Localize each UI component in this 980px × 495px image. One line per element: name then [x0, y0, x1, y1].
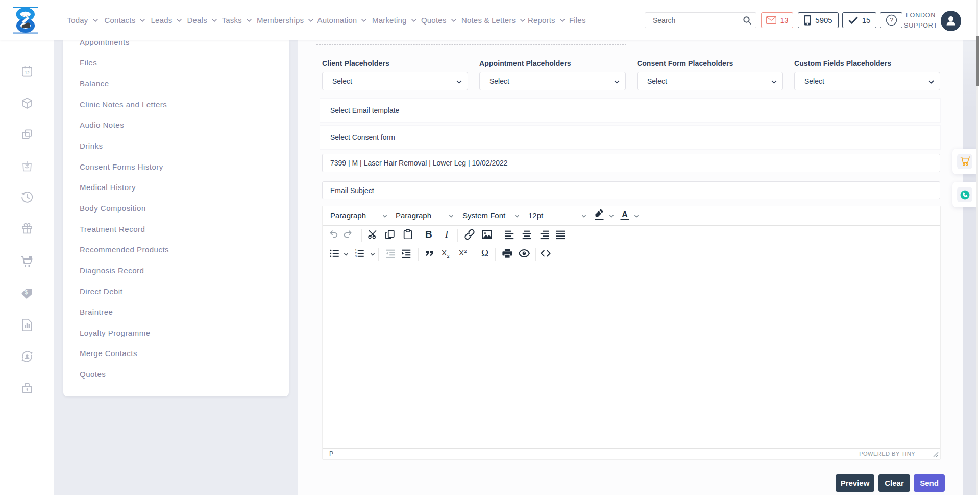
svg-text:2: 2	[464, 249, 467, 254]
svg-text:2: 2	[447, 253, 449, 258]
svg-text:A: A	[622, 209, 628, 218]
svg-text:$: $	[25, 290, 28, 295]
svg-text:3: 3	[355, 254, 357, 257]
svg-text:?: ?	[889, 16, 893, 24]
svg-text:12: 12	[24, 70, 30, 75]
svg-text:X: X	[459, 248, 464, 257]
svg-text:X: X	[442, 248, 447, 257]
svg-text:Ω: Ω	[481, 248, 488, 258]
